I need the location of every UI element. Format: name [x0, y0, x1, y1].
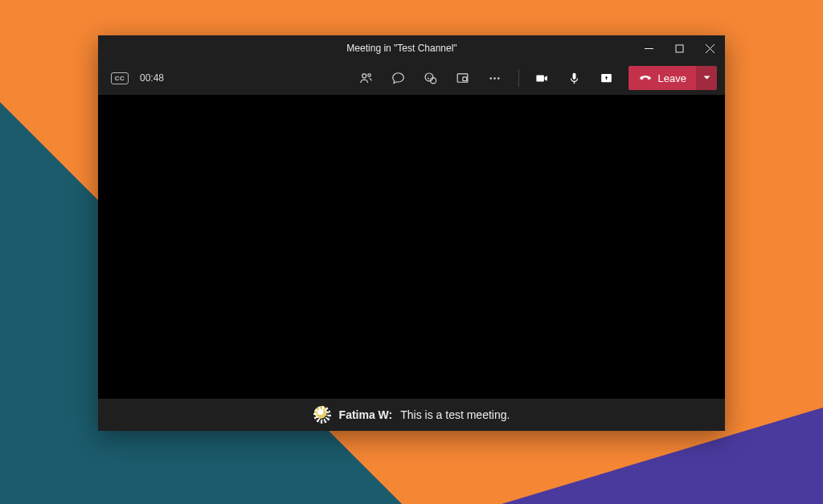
- svg-point-13: [493, 77, 496, 80]
- svg-rect-15: [573, 72, 576, 79]
- leave-button-label: Leave: [658, 72, 686, 84]
- video-stage: [98, 95, 725, 399]
- microphone-icon[interactable]: [561, 64, 588, 92]
- call-duration: 00:48: [140, 72, 164, 84]
- meeting-window: Meeting in "Test Channel" CC 00:48: [98, 35, 725, 431]
- svg-point-9: [430, 76, 431, 76]
- caption-speaker-avatar: [313, 406, 331, 424]
- camera-icon[interactable]: [529, 64, 556, 92]
- rooms-icon[interactable]: [449, 64, 477, 92]
- reactions-icon[interactable]: [417, 64, 444, 92]
- live-caption-bar: Fatima W: This is a test meeting.: [98, 399, 725, 431]
- svg-point-6: [425, 73, 433, 81]
- leave-options-button[interactable]: [696, 66, 717, 90]
- svg-point-8: [428, 76, 428, 76]
- svg-rect-1: [676, 45, 683, 52]
- participants-icon[interactable]: [353, 64, 380, 92]
- svg-point-12: [490, 77, 493, 80]
- toolbar-separator: [518, 69, 519, 87]
- window-controls: [633, 35, 725, 61]
- share-screen-icon[interactable]: [593, 64, 620, 92]
- svg-point-5: [368, 73, 371, 76]
- maximize-button[interactable]: [664, 35, 694, 61]
- window-title: Meeting in "Test Channel": [170, 43, 633, 54]
- meeting-toolbar: CC 00:48: [98, 61, 725, 95]
- minimize-button[interactable]: [633, 35, 664, 61]
- closed-captions-badge[interactable]: CC: [111, 72, 129, 84]
- leave-button[interactable]: Leave: [629, 66, 696, 90]
- close-button[interactable]: [694, 35, 725, 61]
- more-options-icon[interactable]: [481, 64, 509, 92]
- svg-point-4: [362, 73, 366, 77]
- svg-rect-11: [463, 76, 467, 80]
- background-accent-purple-fill: [727, 460, 823, 504]
- caption-text: This is a test meeting.: [400, 408, 510, 421]
- hangup-icon: [638, 70, 653, 87]
- titlebar: Meeting in "Test Channel": [98, 35, 725, 61]
- chat-icon[interactable]: [385, 64, 412, 92]
- svg-point-14: [497, 77, 500, 80]
- leave-button-group: Leave: [629, 66, 717, 90]
- caption-speaker-name: Fatima W:: [339, 408, 393, 421]
- chevron-down-icon: [702, 71, 711, 85]
